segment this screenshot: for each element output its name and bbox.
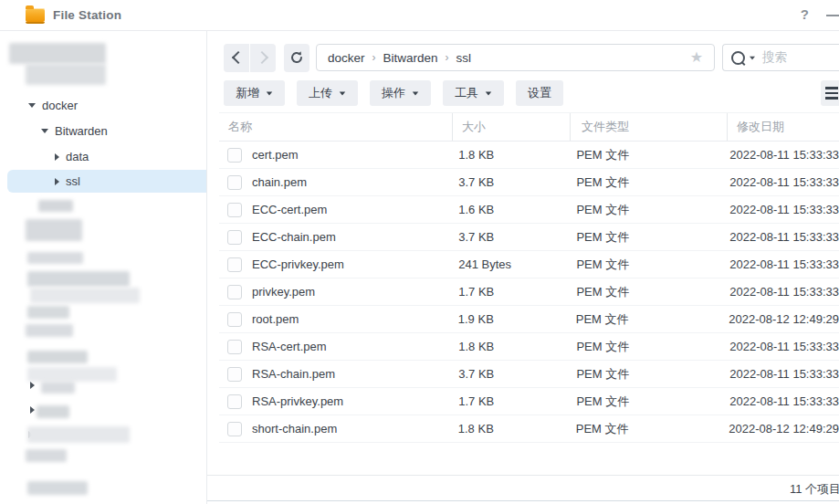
redacted-sidebar-item[interactable] [27, 426, 130, 443]
file-type: PEM 文件 [565, 147, 720, 163]
file-type: PEM 文件 [565, 339, 720, 355]
forward-button[interactable] [250, 44, 276, 72]
breadcrumb-item[interactable]: Bitwarden [383, 51, 438, 65]
file-size: 1.6 KB [449, 203, 565, 216]
row-checkbox[interactable] [227, 312, 242, 327]
collapse-arrow-icon[interactable] [55, 178, 59, 185]
redacted-sidebar-item[interactable] [27, 306, 69, 319]
sidebar-item-bitwarden[interactable]: Bitwarden [0, 120, 108, 142]
row-checkbox[interactable] [227, 148, 242, 163]
settings-button[interactable]: 设置 [516, 80, 563, 106]
column-header-modified[interactable]: 修改日期 [727, 113, 839, 141]
table-row[interactable]: chain.pem 3.7 KB PEM 文件 2022-08-11 15:33… [219, 169, 839, 196]
sidebar-item-ssl[interactable]: ssl [7, 170, 207, 193]
dropdown-caret-icon [486, 91, 491, 95]
file-size: 241 Bytes [449, 257, 565, 271]
sidebar-item-docker[interactable]: docker [0, 94, 78, 117]
search-scope-dropdown-icon[interactable] [750, 56, 755, 59]
tools-button[interactable]: 工具 [443, 80, 504, 106]
table-row[interactable]: ECC-cert.pem 1.6 KB PEM 文件 2022-08-11 15… [219, 196, 839, 224]
breadcrumb-separator-icon: › [372, 51, 376, 64]
tree-label: docker [42, 99, 78, 112]
redacted-sidebar-item[interactable] [26, 324, 73, 337]
file-type: PEM 文件 [565, 421, 720, 437]
table-row[interactable]: ECC-chain.pem 3.7 KB PEM 文件 2022-08-11 1… [219, 224, 839, 251]
button-label: 设置 [528, 85, 551, 101]
file-name: RSA-cert.pem [252, 340, 327, 353]
breadcrumb-item[interactable]: docker [328, 51, 365, 65]
column-header-name[interactable]: 名称 [219, 113, 452, 141]
item-count: 11 个项目 [790, 481, 839, 498]
table-row[interactable]: cert.pem 1.8 KB PEM 文件 2022-08-11 15:33:… [219, 142, 839, 169]
row-checkbox[interactable] [227, 257, 242, 272]
button-label: 操作 [382, 85, 405, 101]
button-label: 新增 [236, 85, 259, 101]
row-checkbox[interactable] [227, 203, 242, 217]
table-row[interactable]: ECC-privkey.pem 241 Bytes PEM 文件 2022-08… [219, 251, 839, 278]
table-row[interactable]: RSA-cert.pem 1.8 KB PEM 文件 2022-08-11 15… [219, 333, 839, 361]
minimize-icon[interactable] [826, 15, 839, 16]
column-header-size[interactable]: 大小 [452, 113, 570, 141]
collapse-arrow-icon[interactable] [30, 382, 35, 389]
expand-arrow-icon[interactable] [28, 103, 36, 108]
breadcrumb-item[interactable]: ssl [456, 51, 472, 65]
redacted-sidebar-item[interactable] [27, 271, 130, 287]
refresh-icon [289, 50, 304, 65]
file-size: 1.8 KB [449, 148, 565, 162]
row-checkbox[interactable] [227, 340, 242, 354]
redacted-sidebar-item[interactable] [9, 43, 106, 64]
chevron-right-icon [255, 51, 267, 64]
file-type: PEM 文件 [565, 311, 720, 328]
file-name: chain.pem [252, 175, 307, 189]
file-modified-date: 2022-08-11 15:33:33 [720, 230, 839, 244]
expand-arrow-icon[interactable] [41, 129, 48, 133]
redacted-sidebar-item[interactable] [38, 200, 73, 212]
row-checkbox[interactable] [227, 230, 242, 245]
row-checkbox[interactable] [227, 367, 242, 382]
search-icon [731, 51, 745, 65]
row-checkbox[interactable] [227, 422, 242, 436]
redacted-sidebar-item[interactable] [26, 219, 82, 241]
table-row[interactable]: short-chain.pem 1.8 KB PEM 文件 2022-08-12… [219, 415, 839, 443]
bookmark-star-icon[interactable]: ★ [690, 50, 703, 65]
redacted-sidebar-item[interactable] [26, 449, 67, 462]
back-button[interactable] [224, 44, 249, 72]
breadcrumb: docker › Bitwarden › ssl ★ [316, 44, 715, 71]
table-row[interactable]: root.pem 1.9 KB PEM 文件 2022-08-12 12:49:… [219, 306, 839, 333]
row-checkbox[interactable] [227, 285, 242, 299]
redacted-sidebar-item[interactable] [41, 382, 75, 394]
search-input[interactable]: 搜索 [722, 44, 839, 71]
refresh-button[interactable] [284, 44, 309, 72]
help-icon[interactable]: ? [801, 6, 809, 22]
upload-button[interactable]: 上传 [297, 80, 358, 106]
collapse-arrow-icon[interactable] [55, 153, 59, 161]
sidebar-item-data[interactable]: data [0, 145, 89, 168]
table-row[interactable]: privkey.pem 1.7 KB PEM 文件 2022-08-11 15:… [219, 278, 839, 306]
redacted-sidebar-item[interactable] [26, 64, 106, 85]
chevron-left-icon [231, 51, 244, 64]
redacted-sidebar-item[interactable] [37, 405, 69, 418]
redacted-sidebar-item[interactable] [27, 367, 117, 382]
create-button[interactable]: 新增 [224, 80, 285, 106]
file-modified-date: 2022-08-11 15:33:33 [720, 257, 839, 271]
action-button[interactable]: 操作 [370, 80, 431, 106]
view-mode-button[interactable] [821, 80, 839, 106]
row-checkbox[interactable] [227, 394, 242, 409]
file-modified-date: 2022-08-11 15:33:33 [720, 285, 839, 299]
collapse-arrow-icon[interactable] [30, 406, 35, 414]
file-name: RSA-chain.pem [252, 367, 335, 381]
file-type: PEM 文件 [565, 257, 720, 273]
table-row[interactable]: RSA-privkey.pem 1.7 KB PEM 文件 2022-08-11… [219, 388, 839, 415]
redacted-sidebar-item[interactable] [27, 481, 88, 495]
table-header-row: 名称 大小 文件类型 修改日期 [219, 112, 839, 142]
dropdown-caret-icon [413, 91, 418, 95]
file-modified-date: 2022-08-11 15:33:33 [720, 175, 839, 189]
table-row[interactable]: RSA-chain.pem 3.7 KB PEM 文件 2022-08-11 1… [219, 361, 839, 388]
redacted-sidebar-item[interactable] [27, 252, 83, 264]
redacted-sidebar-item[interactable] [30, 288, 140, 303]
file-name: ECC-chain.pem [252, 230, 336, 244]
column-header-type[interactable]: 文件类型 [570, 113, 727, 141]
redacted-sidebar-item[interactable] [27, 351, 88, 363]
row-checkbox[interactable] [227, 175, 242, 190]
file-size: 1.9 KB [449, 312, 565, 326]
